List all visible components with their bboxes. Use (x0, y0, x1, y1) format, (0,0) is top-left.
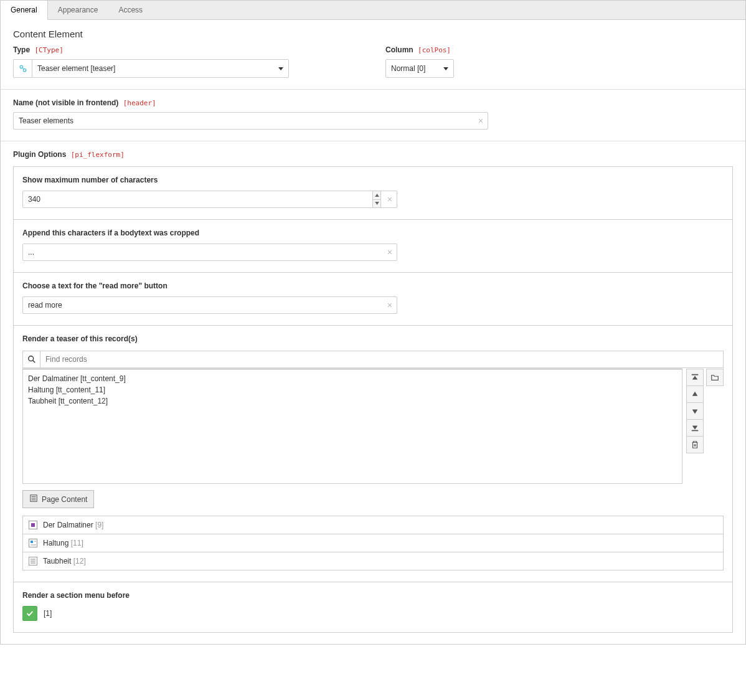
page-content-button[interactable]: Page Content (22, 490, 94, 508)
label-type: Type [CType] (13, 45, 361, 54)
tech-ctype: [CType] (34, 46, 63, 54)
close-icon[interactable]: × (387, 301, 392, 310)
box-records: Render a teaser of this record(s) Der Da… (13, 326, 733, 582)
label-plugin-options: Plugin Options [pi_flexform] (13, 150, 733, 159)
tab-general[interactable]: General (1, 1, 48, 20)
section-title: Content Element (13, 29, 733, 39)
record-title: Haltung [11] (43, 539, 83, 547)
input-read-more[interactable] (22, 296, 397, 314)
record-row[interactable]: Haltung [11] (22, 534, 724, 552)
svg-point-0 (20, 65, 22, 68)
checkbox-label: [1] (44, 609, 52, 618)
input-max-chars[interactable] (22, 191, 397, 208)
move-down-button[interactable] (686, 402, 704, 420)
delete-button[interactable] (686, 436, 704, 453)
section-name: Name (not visible in frontend) [header] … (1, 90, 745, 141)
content-element-icon (28, 556, 38, 566)
section-content-element: Content Element Type [CType] (1, 20, 745, 90)
box-max-chars: Show maximum number of characters × (13, 166, 733, 220)
record-title: Der Dalmatiner [9] (43, 521, 103, 529)
section-plugin-options: Plugin Options [pi_flexform] Show maximu… (1, 141, 745, 644)
tech-colpos: [colPos] (418, 46, 451, 54)
browse-folder-button[interactable] (706, 369, 724, 386)
svg-rect-11 (31, 523, 35, 527)
select-column[interactable]: Normal [0] (385, 59, 454, 78)
close-icon[interactable]: × (387, 194, 392, 204)
svg-rect-4 (692, 374, 699, 376)
box-section-menu: Render a section menu before [1] (13, 582, 733, 633)
search-icon (23, 351, 40, 367)
tab-bar: General Appearance Access (1, 1, 745, 20)
tech-header: [header] (123, 99, 156, 107)
svg-rect-5 (692, 430, 699, 432)
box-append-chars: Append this characters if a bodytext was… (13, 220, 733, 273)
input-append-chars[interactable] (22, 244, 397, 261)
list-item[interactable]: Der Dalmatiner [tt_content_9] (28, 373, 677, 384)
record-list[interactable]: Der Dalmatiner [tt_content_9] Haltung [t… (22, 369, 682, 484)
box-read-more: Choose a text for the "read more" button… (13, 273, 733, 326)
label-max-chars: Show maximum number of characters (22, 176, 724, 184)
step-up-button[interactable] (373, 191, 380, 200)
type-icon-addon (13, 59, 32, 78)
record-title: Taubheit [12] (43, 557, 86, 565)
tab-appearance[interactable]: Appearance (48, 1, 109, 19)
move-up-button[interactable] (686, 385, 704, 403)
list-item[interactable]: Taubheit [tt_content_12] (28, 395, 677, 407)
content-element-icon (28, 520, 38, 530)
label-column: Column [colPos] (385, 45, 733, 54)
record-row[interactable]: Taubheit [12] (22, 552, 724, 570)
checkbox-section-menu[interactable] (22, 606, 37, 621)
link-icon (19, 64, 27, 73)
label-section-menu: Render a section menu before (22, 591, 724, 600)
label-read-more: Choose a text for the "read more" button (22, 281, 724, 290)
tab-access[interactable]: Access (108, 1, 153, 19)
page-content-icon (29, 494, 38, 504)
content-element-icon (28, 538, 38, 548)
input-find-records[interactable] (40, 351, 723, 367)
list-item[interactable]: Haltung [tt_content_11] (28, 384, 677, 395)
select-type[interactable]: Teaser element [teaser] (32, 59, 289, 78)
input-name[interactable] (13, 112, 488, 130)
label-records: Render a teaser of this record(s) (22, 334, 724, 343)
svg-rect-13 (31, 541, 33, 543)
move-to-bottom-button[interactable] (686, 419, 704, 437)
label-append-chars: Append this characters if a bodytext was… (22, 229, 724, 237)
tech-piflexform: [pi_flexform] (71, 151, 125, 159)
move-to-top-button[interactable] (686, 369, 704, 386)
close-icon[interactable]: × (387, 248, 392, 257)
record-row[interactable]: Der Dalmatiner [9] (22, 516, 724, 534)
step-down-button[interactable] (373, 200, 380, 208)
close-icon[interactable]: × (478, 116, 483, 125)
svg-line-3 (32, 361, 35, 363)
svg-point-2 (28, 356, 33, 361)
label-name: Name (not visible in frontend) [header] (13, 98, 733, 107)
svg-point-1 (23, 69, 26, 71)
